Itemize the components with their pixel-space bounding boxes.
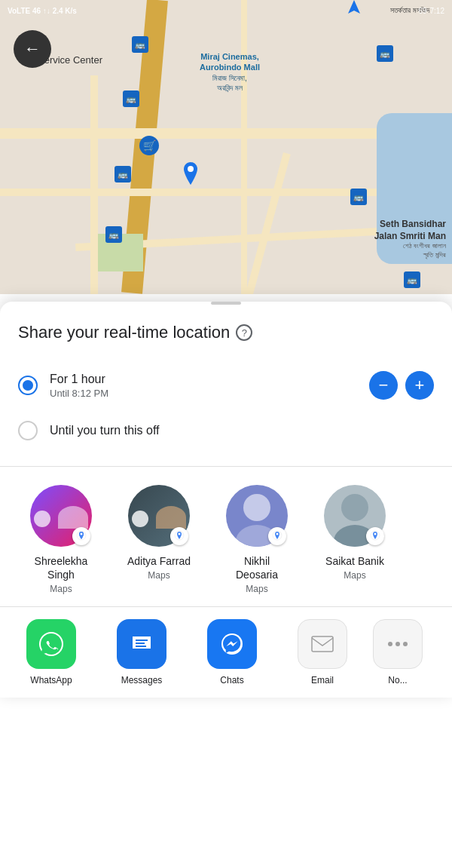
- app-more[interactable]: No...: [368, 619, 428, 686]
- svg-point-23: [396, 642, 400, 646]
- contact-name-3: NikhilDeosaria: [236, 554, 278, 581]
- apps-section: WhatsApp Messages: [0, 606, 452, 698]
- svg-point-22: [388, 642, 392, 646]
- option-until-off-text: Until you turn this off: [50, 424, 434, 437]
- radio-1-hour[interactable]: [18, 376, 38, 395]
- contacts-section: ShreelekhaSingh Maps: [0, 470, 452, 606]
- svg-rect-21: [312, 636, 333, 652]
- svg-point-4: [81, 533, 83, 535]
- svg-point-24: [403, 642, 408, 646]
- option-1-hour[interactable]: For 1 hour Until 8:12 PM − +: [18, 360, 434, 410]
- seth-label: Seth BansidharJalan Smriti Man শেঠ বংশীধ…: [325, 219, 446, 260]
- app-chats[interactable]: Chats: [187, 619, 277, 686]
- person-head-2: [132, 511, 148, 527]
- cart-pin: 🛒: [139, 136, 159, 161]
- status-bar: VoLTE 46 ↑↓ 2.4 K/s 69 7:12: [0, 0, 452, 21]
- chats-icon: [217, 629, 247, 659]
- whatsapp-icon-wrap: [26, 619, 76, 669]
- maps-badge-4: [366, 527, 384, 545]
- bus-icon-1: 🚌: [132, 36, 148, 53]
- svg-point-14: [374, 533, 377, 535]
- option-until-off-label: Until you turn this off: [50, 424, 434, 437]
- battery-level: 69: [418, 7, 426, 15]
- contact-app-1: Maps: [50, 584, 72, 594]
- back-button[interactable]: ←: [14, 30, 51, 68]
- contact-name-1: ShreelekhaSingh: [35, 554, 88, 581]
- more-icon-wrap: [373, 619, 423, 669]
- help-label: ?: [242, 327, 247, 339]
- svg-point-10: [276, 533, 279, 535]
- messages-label: Messages: [121, 675, 163, 686]
- status-left: VoLTE 46 ↑↓ 2.4 K/s: [8, 7, 77, 15]
- location-pin: [181, 162, 200, 188]
- bus-icon-7: 🚌: [404, 271, 420, 288]
- contact-shreelekha[interactable]: ShreelekhaSingh Maps: [12, 485, 110, 594]
- share-title: Share your real-time location ?: [18, 323, 434, 342]
- contact-name-2: Aditya Farrad: [127, 554, 191, 568]
- bottom-sheet: Share your real-time location ? For 1 ho…: [0, 302, 452, 698]
- messages-icon-wrap: [117, 619, 166, 669]
- contact-saikat[interactable]: Saikat Banik Maps: [306, 485, 404, 594]
- share-section: Share your real-time location ? For 1 ho…: [0, 305, 452, 463]
- contact-app-2: Maps: [148, 570, 170, 581]
- contact-name-4: Saikat Banik: [325, 554, 384, 568]
- option-1-hour-text: For 1 hour Until 8:12 PM: [50, 373, 357, 399]
- maps-pin-svg-4: [369, 530, 381, 542]
- svg-point-7: [243, 494, 270, 521]
- radio-inner-1: [23, 380, 33, 391]
- maps-pin-svg-3: [271, 530, 283, 542]
- divider-1: [0, 466, 452, 467]
- person-head-1: [34, 511, 50, 527]
- whatsapp-label: WhatsApp: [30, 675, 72, 686]
- option-1-hour-sublabel: Until 8:12 PM: [50, 388, 357, 399]
- bus-icon-2: 🚌: [123, 90, 139, 107]
- back-arrow-icon: ←: [24, 39, 41, 59]
- messages-icon: [127, 629, 157, 659]
- bus-icon-3: 🚌: [115, 166, 131, 182]
- vertical-road-1: [90, 75, 98, 294]
- maps-pin-svg-1: [75, 530, 87, 542]
- more-label: No...: [388, 675, 407, 686]
- status-right: 69 7:12: [418, 7, 444, 15]
- time-display: 7:12: [430, 7, 444, 15]
- person-body-1: [58, 506, 88, 529]
- app-whatsapp[interactable]: WhatsApp: [6, 619, 96, 686]
- vertical-road-2: [241, 0, 247, 294]
- svg-point-6: [179, 533, 181, 535]
- more-icon: [383, 629, 413, 659]
- person-body-2: [156, 506, 186, 529]
- option-until-off[interactable]: Until you turn this off: [18, 410, 434, 451]
- bus-icon-5: 🚌: [377, 45, 393, 62]
- share-title-text: Share your real-time location: [18, 323, 230, 342]
- help-icon[interactable]: ?: [236, 324, 252, 341]
- contact-app-3: Maps: [246, 584, 267, 594]
- app-email[interactable]: Email: [277, 619, 368, 686]
- contact-avatar-wrap-4: [324, 485, 386, 547]
- contact-aditya[interactable]: Aditya Farrad Maps: [110, 485, 208, 594]
- contact-avatar-wrap-3: [226, 485, 288, 547]
- email-label: Email: [311, 675, 334, 686]
- increase-button[interactable]: +: [405, 371, 434, 400]
- duration-controls: − +: [369, 371, 434, 400]
- maps-badge-2: [170, 527, 188, 545]
- contact-avatar-wrap-1: [30, 485, 92, 547]
- whatsapp-icon: [36, 629, 66, 659]
- chats-icon-wrap: [207, 619, 257, 669]
- email-icon-wrap: [298, 619, 347, 669]
- contact-avatar-wrap-2: [128, 485, 190, 547]
- contact-app-4: Maps: [344, 570, 365, 581]
- app-messages[interactable]: Messages: [96, 619, 187, 686]
- decrease-button[interactable]: −: [369, 371, 398, 400]
- maps-pin-svg-2: [173, 530, 185, 542]
- bus-icon-4: 🚌: [105, 226, 122, 243]
- radio-until-off[interactable]: [18, 421, 38, 440]
- contact-nikhil[interactable]: NikhilDeosaria Maps: [208, 485, 306, 594]
- option-1-hour-label: For 1 hour: [50, 373, 357, 386]
- cinema-label: Miraj Cinemas,Aurobindo Mall মিরাজ সিনেম…: [166, 51, 294, 93]
- svg-point-11: [341, 494, 368, 521]
- chats-label: Chats: [220, 675, 243, 686]
- svg-point-2: [188, 166, 194, 172]
- svg-text:🛒: 🛒: [143, 140, 157, 152]
- bus-icon-6: 🚌: [350, 189, 367, 205]
- map-view: VoLTE 46 ↑↓ 2.4 K/s 69 7:12 🚌 🚌 🚌 🚌 🚌 🚌 …: [0, 0, 452, 294]
